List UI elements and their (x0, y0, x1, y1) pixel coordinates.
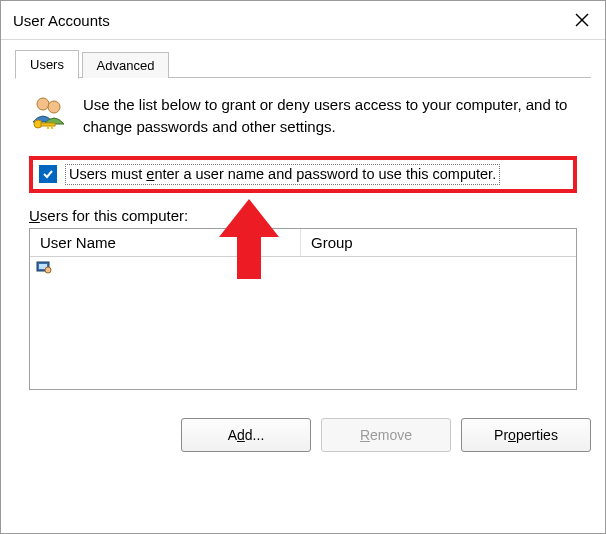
checkmark-icon (42, 168, 54, 180)
user-item-icon (36, 259, 52, 275)
close-icon (575, 13, 589, 27)
properties-button-accel: o (508, 427, 516, 443)
tab-users[interactable]: Users (15, 50, 79, 79)
list-item[interactable] (30, 257, 576, 277)
tab-strip: Users Advanced (15, 50, 591, 78)
require-login-label-prefix: Users must (69, 166, 146, 182)
svg-rect-6 (51, 126, 53, 129)
require-login-highlight: Users must enter a user name and passwor… (29, 156, 577, 194)
properties-button-suffix: perties (516, 427, 558, 443)
remove-button-accel: R (360, 427, 370, 443)
intro-text: Use the list below to grant or deny user… (83, 94, 577, 138)
column-header-username[interactable]: User Name (30, 229, 301, 256)
require-login-label[interactable]: Users must enter a user name and passwor… (65, 164, 500, 186)
users-list-label-accel: U (29, 207, 40, 224)
remove-button: Remove (321, 418, 451, 452)
properties-button[interactable]: Properties (461, 418, 591, 452)
tab-advanced[interactable]: Advanced (82, 52, 170, 78)
require-login-label-suffix: nter a user name and password to use thi… (154, 166, 496, 182)
require-login-checkbox[interactable] (39, 165, 57, 183)
add-button[interactable]: Add... (181, 418, 311, 452)
titlebar: User Accounts (1, 1, 605, 40)
add-button-suffix: d... (245, 427, 264, 443)
close-button[interactable] (559, 4, 605, 36)
svg-point-2 (37, 98, 49, 110)
users-keys-icon (29, 94, 69, 134)
user-accounts-window: User Accounts Users Advanced (0, 0, 606, 534)
listview-header: User Name Group (30, 229, 576, 257)
users-list-label-rest: sers for this computer: (40, 207, 188, 224)
add-button-accel: d (237, 427, 245, 443)
tab-panel-users: Use the list below to grant or deny user… (15, 78, 591, 402)
listview-rows (30, 257, 576, 389)
intro-row: Use the list below to grant or deny user… (29, 94, 577, 138)
svg-rect-5 (41, 123, 55, 126)
svg-point-10 (45, 267, 51, 273)
users-list-label: Users for this computer: (29, 207, 577, 224)
svg-rect-7 (47, 126, 49, 129)
column-header-group[interactable]: Group (301, 229, 576, 256)
properties-button-prefix: Pr (494, 427, 508, 443)
window-title: User Accounts (13, 12, 559, 29)
users-listview[interactable]: User Name Group (29, 228, 577, 390)
remove-button-rest: emove (370, 427, 412, 443)
add-button-prefix: A (228, 427, 237, 443)
svg-point-3 (48, 101, 60, 113)
button-row: Add... Remove Properties (15, 418, 591, 452)
